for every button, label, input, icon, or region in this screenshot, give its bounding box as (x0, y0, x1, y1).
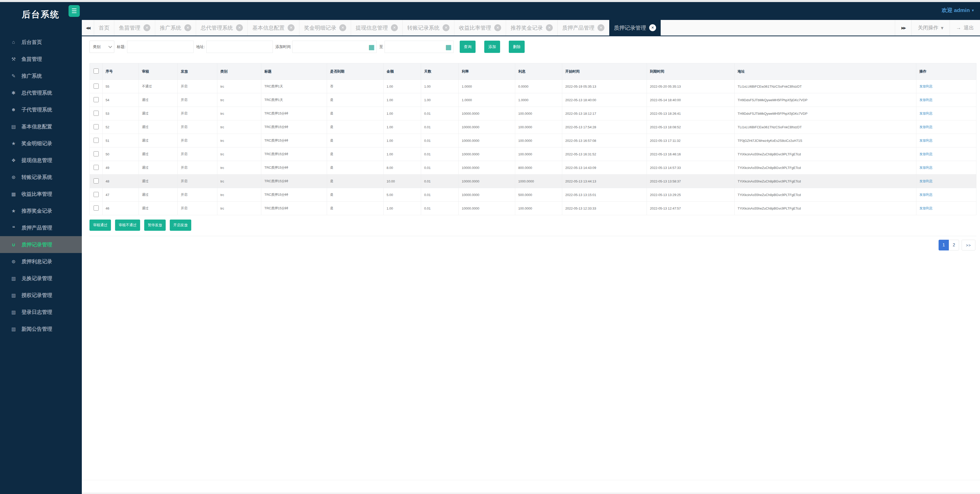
cell-actions: 发放利息 (916, 134, 977, 148)
sidebar-item-tag-7[interactable]: ❖提现信息管理 (0, 152, 82, 169)
issue-interest-link[interactable]: 发放利息 (920, 152, 933, 156)
cell-days: 0.01 (421, 188, 459, 202)
tab-3[interactable]: 总代管理系统✕ (196, 20, 248, 35)
sidebar-item-star-10[interactable]: ★推荐奖金记录 (0, 202, 82, 219)
address-filter-input[interactable] (206, 41, 273, 53)
cell-is-expired: 否 (327, 80, 383, 93)
column-header-1: 审核 (139, 64, 178, 80)
tab-close-icon[interactable]: ✕ (391, 24, 398, 31)
tab-close-icon[interactable]: ✕ (494, 24, 501, 31)
row-checkbox[interactable] (94, 84, 99, 89)
page-button-2[interactable]: 2 (949, 240, 959, 251)
sidebar-item-star-6[interactable]: ★奖金明细记录 (0, 135, 82, 152)
sidebar-item-edit-2[interactable]: ✎推广系统 (0, 67, 82, 84)
user-menu[interactable]: 欢迎 admin ▾ (942, 6, 974, 14)
tab-close-icon[interactable]: ✕ (185, 24, 191, 31)
row-checkbox[interactable] (94, 111, 99, 116)
reject-button[interactable]: 审核不通过 (115, 219, 140, 231)
tabs-scroll-left-button[interactable]: ◀◀ (82, 20, 94, 35)
tab-8[interactable]: 收益比率管理✕ (454, 20, 506, 35)
cell-category: trc (217, 121, 261, 134)
row-checkbox[interactable] (94, 138, 99, 143)
row-checkbox[interactable] (94, 124, 99, 129)
delete-button[interactable]: 删除 (509, 41, 525, 53)
row-checkbox[interactable] (94, 97, 99, 102)
sidebar-item-power-8[interactable]: ⊙转账记录系统 (0, 169, 82, 186)
cell-category: trc (217, 107, 261, 121)
tab-1[interactable]: 鱼苗管理✕ (114, 20, 155, 35)
tab-close-icon[interactable]: ✕ (339, 24, 346, 31)
issue-interest-link[interactable]: 发放利息 (920, 193, 933, 197)
next-page-button[interactable]: >> (962, 240, 975, 251)
sidebar-item-comment-11[interactable]: ❝质押产品管理 (0, 219, 82, 236)
tab-bar: ◀◀ 首页鱼苗管理✕推广系统✕总代管理系统✕基本信息配置✕奖金明细记录✕提现信息… (82, 20, 980, 36)
logout-button[interactable]: → 退出 (950, 20, 980, 35)
tab-6[interactable]: 提现信息管理✕ (351, 20, 402, 35)
issue-interest-link[interactable]: 发放利息 (920, 165, 933, 170)
search-button[interactable]: 查询 (460, 41, 476, 53)
cell-days: 1.00 (421, 80, 459, 93)
cell-address: TYiXkcinAs55heZuCh8pBGvc9PLTFgETcd (735, 175, 916, 188)
sidebar-item-magnet-12[interactable]: ∪质押记录管理 (0, 236, 82, 253)
issue-interest-link[interactable]: 发放利息 (920, 125, 933, 129)
row-checkbox-cell (90, 188, 102, 202)
issue-interest-link[interactable]: 发放利息 (920, 179, 933, 183)
issue-interest-link[interactable]: 发放利息 (920, 84, 933, 88)
row-checkbox[interactable] (94, 178, 99, 184)
select-all-checkbox[interactable] (94, 68, 99, 74)
issue-interest-link[interactable]: 发放利息 (920, 138, 933, 142)
tab-11[interactable]: 质押记录管理✕ (609, 20, 661, 35)
tab-close-icon[interactable]: ✕ (288, 24, 294, 31)
add-button[interactable]: 添加 (484, 41, 500, 53)
sidebar-item-label: 推广系统 (21, 73, 42, 79)
tab-close-icon[interactable]: ✕ (649, 24, 656, 31)
tab-close-icon[interactable]: ✕ (143, 24, 150, 31)
tab-close-icon[interactable]: ✕ (598, 24, 605, 31)
home-icon: ⌂ (10, 39, 18, 45)
sidebar-item-book-17[interactable]: ▥新闻公告管理 (0, 321, 82, 337)
issue-interest-link[interactable]: 发放利息 (920, 206, 933, 210)
tab-4[interactable]: 基本信息配置✕ (248, 20, 299, 35)
sidebar-item-asterisk-3[interactable]: ✱总代管理系统 (0, 84, 82, 101)
tab-5[interactable]: 奖金明细记录✕ (299, 20, 351, 35)
title-filter-input[interactable] (127, 41, 194, 53)
page-button-1[interactable]: 1 (939, 240, 949, 251)
table-row: 47通过开启trcTRC质押15分钟是5.000.0110000.0000500… (90, 188, 977, 202)
tab-0[interactable]: 首页 (94, 20, 114, 35)
row-checkbox[interactable] (94, 205, 99, 211)
tab-2[interactable]: 推广系统✕ (155, 20, 196, 35)
row-checkbox[interactable] (94, 165, 99, 170)
pause-issue-button[interactable]: 暂停发放 (144, 219, 165, 231)
start-issue-button[interactable]: 开启发放 (170, 219, 191, 231)
sidebar-item-calendar-9[interactable]: ▦收益比率管理 (0, 186, 82, 202)
sidebar-toggle-button[interactable]: ☰ (68, 5, 80, 17)
issue-interest-link[interactable]: 发放利息 (920, 111, 933, 115)
category-select[interactable]: 类别 (89, 41, 114, 53)
close-operations-dropdown[interactable]: 关闭操作 ▾ (912, 20, 950, 35)
cell-interest: 100.0000 (515, 107, 562, 121)
table-row: 49通过开启trcTRC质押15分钟是8.000.0110000.0000800… (90, 161, 977, 175)
issue-interest-link[interactable]: 发放利息 (920, 98, 933, 102)
sidebar-item-book-16[interactable]: ▥登录日志管理 (0, 303, 82, 321)
tabs-scroll-right-button[interactable]: ▶▶ (895, 20, 912, 35)
sidebar-item-book-14[interactable]: ▥兑换记录管理 (0, 270, 82, 287)
tab-close-icon[interactable]: ✕ (442, 24, 449, 31)
sidebar-item-file-5[interactable]: ▤基本信息配置 (0, 118, 82, 135)
sidebar-item-wrench-1[interactable]: ⚒鱼苗管理 (0, 51, 82, 67)
sidebar-item-users-4[interactable]: ☻子代管理系统 (0, 101, 82, 118)
cell-seq: 46 (102, 202, 139, 215)
sidebar-item-power-13[interactable]: ⊙质押利息记录 (0, 253, 82, 270)
row-checkbox[interactable] (94, 192, 99, 197)
add-time-from-input[interactable] (292, 41, 377, 53)
row-checkbox[interactable] (94, 151, 99, 156)
tab-9[interactable]: 推荐奖金记录✕ (506, 20, 558, 35)
cell-amount: 5.00 (383, 188, 421, 202)
tab-7[interactable]: 转账记录系统✕ (402, 20, 454, 35)
approve-button[interactable]: 审核通过 (89, 219, 111, 231)
sidebar-item-book-15[interactable]: ▥授权记录管理 (0, 287, 82, 303)
add-time-to-input[interactable] (385, 41, 453, 53)
tab-10[interactable]: 质押产品管理✕ (558, 20, 609, 35)
sidebar-item-home-0[interactable]: ⌂后台首页 (0, 34, 82, 51)
tab-close-icon[interactable]: ✕ (236, 24, 243, 31)
tab-close-icon[interactable]: ✕ (546, 24, 553, 31)
